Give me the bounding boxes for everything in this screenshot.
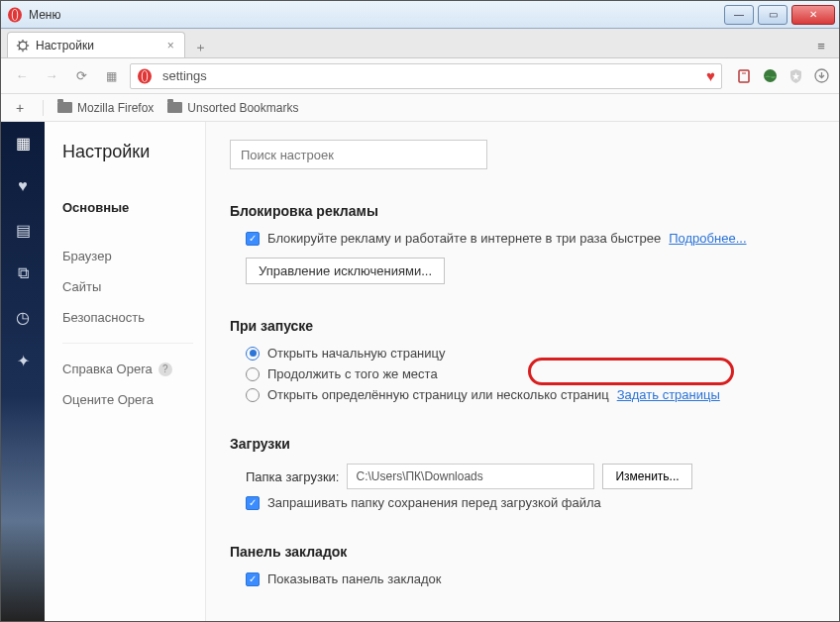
section-adblock: Блокировка рекламы ✓ Блокируйте рекламу … xyxy=(230,203,815,284)
startup-opt2-label: Продолжить с того же места xyxy=(267,366,438,381)
rail-speed-dial-icon[interactable]: ▦ xyxy=(14,134,32,152)
section-startup: При запуске Открыть начальную страницу П… xyxy=(230,318,815,402)
bookbar-title: Панель закладок xyxy=(230,544,815,560)
download-folder-label: Папка загрузки: xyxy=(246,469,339,484)
tab-strip: Настройки × ＋ ≡ xyxy=(1,29,839,58)
maximize-button[interactable]: ▭ xyxy=(758,5,788,25)
bookmark-folder-unsorted[interactable]: Unsorted Bookmarks xyxy=(167,101,298,115)
tab-menu-button[interactable]: ≡ xyxy=(809,34,833,57)
reload-button[interactable]: ⟳ xyxy=(70,65,92,87)
exceptions-button[interactable]: Управление исключениями... xyxy=(246,258,445,284)
startup-radio-continue[interactable] xyxy=(246,367,260,381)
address-bar[interactable]: ♥ xyxy=(130,63,722,89)
window-titlebar: Меню — ▭ ✕ xyxy=(1,1,839,29)
nav-help[interactable]: Справка Opera ? xyxy=(62,354,205,384)
back-button[interactable]: ← xyxy=(11,65,33,87)
folder-icon xyxy=(57,102,72,113)
download-folder-input[interactable] xyxy=(347,464,594,489)
rail-extensions-icon[interactable]: ✦ xyxy=(14,352,32,369)
adblock-label: Блокируйте рекламу и работайте в интерне… xyxy=(267,231,661,246)
svg-line-9 xyxy=(26,49,27,50)
forward-button[interactable]: → xyxy=(41,65,62,87)
svg-line-10 xyxy=(19,49,20,50)
sidebar-ext-icon[interactable] xyxy=(736,68,752,84)
tab-settings[interactable]: Настройки × xyxy=(7,32,185,57)
downloads-title: Загрузки xyxy=(230,436,815,452)
nav-security[interactable]: Безопасность xyxy=(62,302,205,333)
startup-radio-pages[interactable] xyxy=(246,388,260,402)
startup-opt1-label: Открыть начальную страницу xyxy=(267,346,446,361)
folder-icon xyxy=(167,102,182,113)
show-bookbar-checkbox[interactable]: ✓ xyxy=(246,572,260,586)
settings-main-pane: Блокировка рекламы ✓ Блокируйте рекламу … xyxy=(206,122,839,621)
svg-rect-15 xyxy=(739,70,749,82)
svg-point-2 xyxy=(13,9,18,20)
new-tab-button[interactable]: ＋ xyxy=(189,38,213,57)
adblock-title: Блокировка рекламы xyxy=(230,203,815,219)
bookmark-folder-firefox[interactable]: Mozilla Firefox xyxy=(57,101,154,115)
content-area: ▦ ♥ ▤ ⧉ ◷ ✦ Настройки Основные Браузер С… xyxy=(1,122,839,621)
rail-news-icon[interactable]: ▤ xyxy=(14,221,32,239)
tab-close-button[interactable]: × xyxy=(165,39,176,52)
section-bookmark-bar: Панель закладок ✓ Показывать панель закл… xyxy=(230,544,815,586)
change-folder-button[interactable]: Изменить... xyxy=(602,464,691,489)
adblock-more-link[interactable]: Подробнее... xyxy=(669,231,746,246)
section-downloads: Загрузки Папка загрузки: Изменить... ✓ З… xyxy=(230,436,815,510)
show-bookbar-label: Показывать панель закладок xyxy=(267,571,442,586)
bookmark-heart-icon[interactable]: ♥ xyxy=(706,67,715,84)
add-bookmark-button[interactable]: + xyxy=(11,99,29,117)
minimize-button[interactable]: — xyxy=(724,5,754,25)
svg-line-11 xyxy=(26,41,27,42)
menu-button-label[interactable]: Меню xyxy=(29,8,60,22)
bookmarks-bar: + Mozilla Firefox Unsorted Bookmarks xyxy=(1,94,839,122)
nav-rate[interactable]: Оцените Opera xyxy=(62,384,205,415)
rail-tabs-icon[interactable]: ⧉ xyxy=(14,264,32,282)
download-icon[interactable] xyxy=(813,68,829,84)
rail-history-icon[interactable]: ◷ xyxy=(14,308,32,326)
set-pages-link[interactable]: Задать страницы xyxy=(617,387,720,402)
opera-logo-icon xyxy=(7,7,23,23)
rail-heart-icon[interactable]: ♥ xyxy=(14,177,32,195)
adblock-checkbox[interactable]: ✓ xyxy=(246,232,260,246)
settings-heading: Настройки xyxy=(62,142,205,162)
ask-folder-checkbox[interactable]: ✓ xyxy=(246,496,260,510)
url-input[interactable] xyxy=(160,67,698,84)
startup-radio-home[interactable] xyxy=(246,347,260,361)
svg-line-8 xyxy=(19,41,20,42)
shield-icon[interactable] xyxy=(788,68,803,84)
close-button[interactable]: ✕ xyxy=(791,5,835,25)
tab-title: Настройки xyxy=(36,39,94,52)
nav-browser[interactable]: Браузер xyxy=(62,241,205,271)
settings-search-input[interactable] xyxy=(230,140,487,169)
toolbar: ← → ⟳ ▦ ♥ xyxy=(1,58,839,94)
startup-opt3-label: Открыть определённую страницу или нескол… xyxy=(267,387,609,402)
svg-point-14 xyxy=(143,70,148,81)
nav-basic[interactable]: Основные xyxy=(62,192,205,223)
speed-dial-button[interactable]: ▦ xyxy=(100,65,122,87)
side-rail: ▦ ♥ ▤ ⧉ ◷ ✦ xyxy=(1,122,45,621)
svg-point-3 xyxy=(19,42,27,50)
globe-icon[interactable] xyxy=(762,68,778,84)
startup-title: При запуске xyxy=(230,318,815,334)
nav-sites[interactable]: Сайты xyxy=(62,271,205,302)
gear-icon xyxy=(16,39,30,52)
opera-url-icon xyxy=(137,68,153,84)
settings-sidebar: Настройки Основные Браузер Сайты Безопас… xyxy=(45,122,206,621)
ask-folder-label: Запрашивать папку сохранения перед загру… xyxy=(267,495,601,510)
svg-point-17 xyxy=(764,69,777,82)
help-question-icon: ? xyxy=(158,363,172,376)
